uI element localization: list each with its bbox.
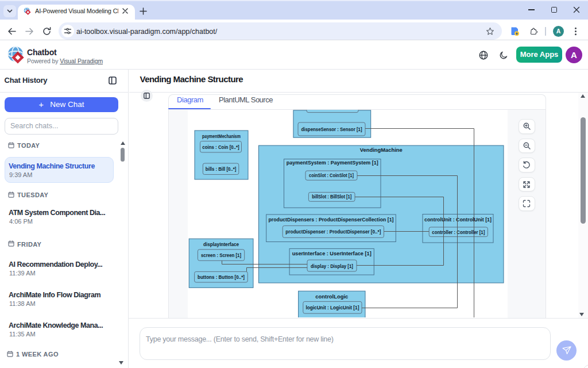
svg-text:controlUnit : ControlUnit [1]: controlUnit : ControlUnit [1] — [424, 217, 492, 223]
svg-text:buttons : Button [0..*]: buttons : Button [0..*] — [198, 274, 245, 280]
svg-text:coins : Coin [0..*]: coins : Coin [0..*] — [202, 144, 239, 150]
svg-text:controlLogic: controlLogic — [315, 294, 348, 300]
svg-text:screen : Screen [1]: screen : Screen [1] — [201, 252, 241, 258]
svg-text:display : Display [1]: display : Display [1] — [311, 263, 353, 269]
svg-text:productDispensers : ProductDis: productDispensers : ProductDispenserColl… — [269, 217, 394, 223]
svg-text:bills : Bill [0..*]: bills : Bill [0..*] — [206, 166, 237, 172]
svg-text:productDispenser : ProductDisp: productDispenser : ProductDispenser [0..… — [285, 229, 381, 235]
svg-text:billSlot : BillSlot [1]: billSlot : BillSlot [1] — [312, 194, 351, 200]
svg-text:userInterface : UserInterface: userInterface : UserInterface [1] — [292, 251, 372, 256]
svg-text:logicUnit : LogicUnit [1]: logicUnit : LogicUnit [1] — [305, 305, 359, 310]
svg-text:coinSlot : CoinSlot [1]: coinSlot : CoinSlot [1] — [309, 172, 354, 178]
svg-text:dispenseSensor : Sensor [1]: dispenseSensor : Sensor [1] — [301, 126, 362, 132]
svg-text:controller : Controller [1]: controller : Controller [1] — [432, 229, 485, 235]
svg-text:VendingMachine: VendingMachine — [360, 147, 403, 153]
svg-text:paymentSystem : PaymentSystem: paymentSystem : PaymentSystem [1] — [287, 160, 378, 166]
svg-text:paymentMechanism: paymentMechanism — [202, 133, 241, 139]
svg-text:displayInterface: displayInterface — [203, 241, 239, 247]
